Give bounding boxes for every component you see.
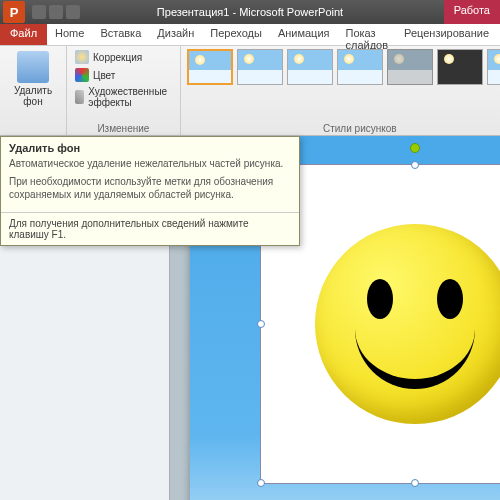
resize-handle-l[interactable] (257, 320, 265, 328)
style-thumb-5[interactable] (387, 49, 433, 85)
tab-insert[interactable]: Вставка (92, 24, 149, 45)
corrections-icon (75, 50, 89, 64)
style-thumb-7[interactable] (487, 49, 500, 85)
tab-home[interactable]: Home (47, 24, 92, 45)
remove-background-label: Удалить фон (8, 85, 58, 107)
resize-handle-b[interactable] (411, 479, 419, 487)
remove-background-icon (17, 51, 49, 83)
remove-background-button[interactable]: Удалить фон (6, 49, 60, 109)
corrections-button[interactable]: Коррекция (73, 49, 174, 65)
color-button[interactable]: Цвет (73, 67, 174, 83)
tab-animations[interactable]: Анимация (270, 24, 338, 45)
group-picture-styles: Стили рисунков (181, 46, 500, 135)
smiley-mouth (355, 329, 475, 389)
color-icon (75, 68, 89, 82)
style-thumb-4[interactable] (337, 49, 383, 85)
tab-transitions[interactable]: Переходы (202, 24, 270, 45)
smiley-eye-right (437, 279, 463, 319)
qat-undo-icon[interactable] (49, 5, 63, 19)
group-styles-label: Стили рисунков (187, 123, 500, 134)
tooltip-remove-background: Удалить фон Автоматическое удаление неже… (0, 136, 300, 246)
corrections-label: Коррекция (93, 52, 142, 63)
tooltip-body: Автоматическое удаление нежелательных ча… (1, 157, 299, 212)
tooltip-p2: При необходимости используйте метки для … (9, 175, 291, 201)
tab-review[interactable]: Рецензирование (396, 24, 497, 45)
artistic-effects-label: Художественные эффекты (88, 86, 171, 108)
tooltip-title: Удалить фон (1, 137, 299, 157)
artistic-effects-icon (75, 90, 84, 104)
tooltip-p1: Автоматическое удаление нежелательных ча… (9, 157, 291, 170)
quick-access-toolbar (32, 5, 80, 19)
group-remove-bg: Удалить фон (0, 46, 67, 135)
picture-styles-gallery (187, 49, 500, 85)
tooltip-footer: Для получения дополнительных сведений на… (1, 212, 299, 245)
smiley-face-image (315, 224, 500, 424)
resize-handle-bl[interactable] (257, 479, 265, 487)
qat-save-icon[interactable] (32, 5, 46, 19)
tab-slideshow[interactable]: Показ слайдов (338, 24, 397, 45)
style-thumb-1[interactable] (187, 49, 233, 85)
qat-redo-icon[interactable] (66, 5, 80, 19)
style-thumb-3[interactable] (287, 49, 333, 85)
slides-panel[interactable]: Удалить фон Автоматическое удаление неже… (0, 136, 170, 500)
tab-file[interactable]: Файл (0, 24, 47, 45)
artistic-effects-button[interactable]: Художественные эффекты (73, 85, 174, 109)
app-icon[interactable]: P (3, 1, 25, 23)
group-adjust-label: Изменение (73, 123, 174, 134)
context-tab-picture-tools[interactable]: Работа (444, 0, 500, 24)
style-thumb-6[interactable] (437, 49, 483, 85)
group-adjust: Коррекция Цвет Художественные эффекты Из… (67, 46, 181, 135)
style-thumb-2[interactable] (237, 49, 283, 85)
title-bar: P Презентация1 - Microsoft PowerPoint Ра… (0, 0, 500, 24)
ribbon: Удалить фон Коррекция Цвет Художественны… (0, 46, 500, 136)
smiley-eye-left (367, 279, 393, 319)
color-label: Цвет (93, 70, 115, 81)
rotate-handle[interactable] (410, 143, 420, 153)
resize-handle-t[interactable] (411, 161, 419, 169)
ribbon-tabs: Файл Home Вставка Дизайн Переходы Анимац… (0, 24, 500, 46)
work-area: Удалить фон Автоматическое удаление неже… (0, 136, 500, 500)
tab-design[interactable]: Дизайн (149, 24, 202, 45)
